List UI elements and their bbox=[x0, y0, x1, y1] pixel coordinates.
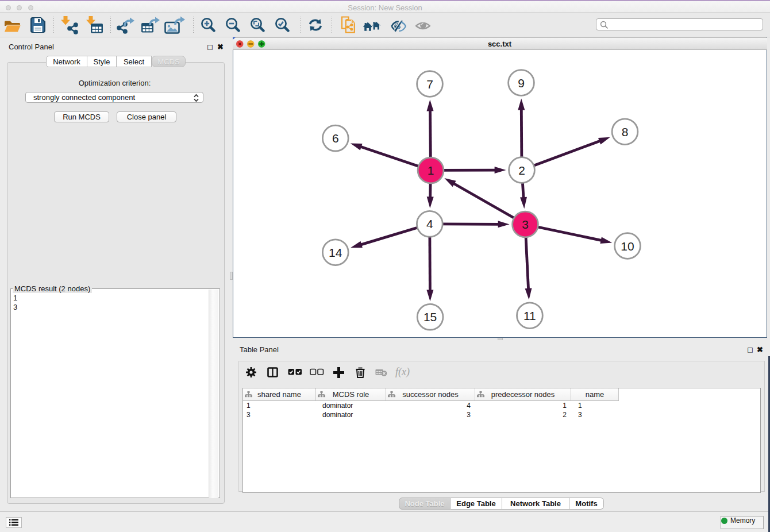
svg-text:11: 11 bbox=[523, 309, 536, 322]
svg-text:9: 9 bbox=[518, 76, 525, 90]
svg-text:7: 7 bbox=[426, 78, 433, 91]
svg-text:3: 3 bbox=[522, 218, 529, 231]
svg-text:6: 6 bbox=[332, 132, 339, 145]
svg-text:15: 15 bbox=[424, 310, 437, 323]
svg-text:14: 14 bbox=[329, 246, 342, 259]
svg-text:8: 8 bbox=[622, 125, 629, 138]
svg-text:10: 10 bbox=[621, 240, 634, 253]
svg-text:2: 2 bbox=[518, 164, 525, 177]
svg-text:1: 1 bbox=[428, 164, 434, 177]
svg-text:4: 4 bbox=[426, 217, 433, 230]
